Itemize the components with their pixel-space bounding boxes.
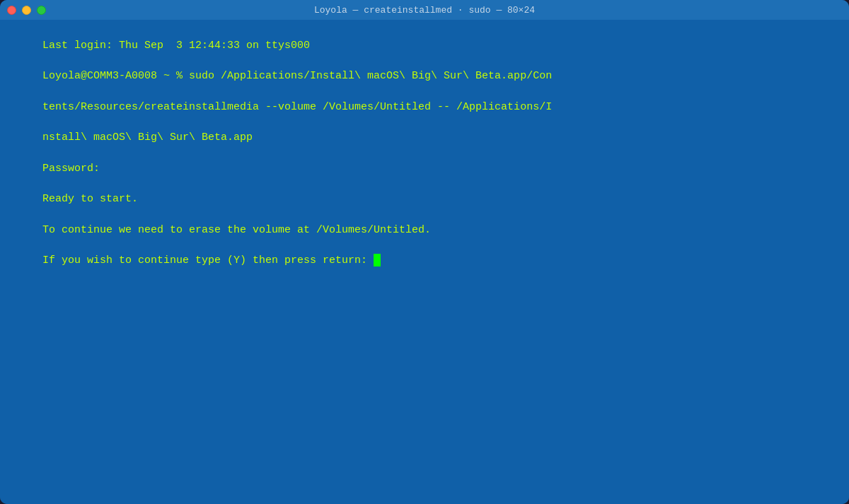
terminal-body[interactable]: Last login: Thu Sep 3 12:44:33 on ttys00… <box>0 20 849 504</box>
terminal-line-1: Last login: Thu Sep 3 12:44:33 on ttys00… <box>42 40 310 52</box>
terminal-line-5: Password: <box>42 163 100 175</box>
terminal-line-7: To continue we need to erase the volume … <box>42 224 431 236</box>
terminal-line-2: Loyola@COMM3-A0008 ~ % sudo /Application… <box>42 70 552 82</box>
terminal-line-8-prefix: If you wish to continue type (Y) then pr… <box>42 254 374 266</box>
terminal-window: Loyola — createinstallmed · sudo — 80×24… <box>0 0 849 504</box>
terminal-line-4: nstall\ macOS\ Big\ Sur\ Beta.app <box>42 131 253 143</box>
terminal-line-3: tents/Resources/createinstallmedia --vol… <box>42 101 552 113</box>
maximize-button[interactable] <box>37 6 46 15</box>
titlebar: Loyola — createinstallmed · sudo — 80×24 <box>0 0 849 20</box>
minimize-button[interactable] <box>22 6 31 15</box>
close-button[interactable] <box>7 6 16 15</box>
window-title: Loyola — createinstallmed · sudo — 80×24 <box>314 5 535 16</box>
terminal-line-6: Ready to start. <box>42 193 138 205</box>
terminal-cursor <box>374 254 381 266</box>
terminal-output: Last login: Thu Sep 3 12:44:33 on ttys00… <box>4 23 845 284</box>
